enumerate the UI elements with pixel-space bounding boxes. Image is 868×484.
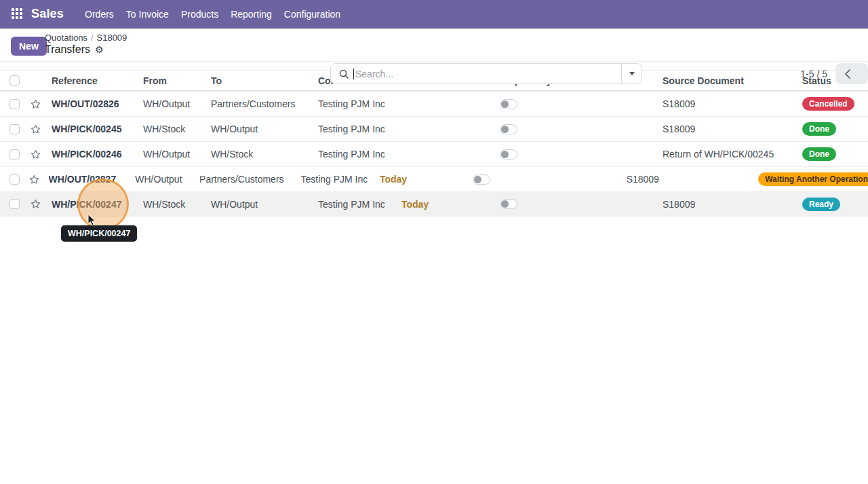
- cell-contact: Testing PJM Inc: [318, 199, 401, 210]
- row-checkbox[interactable]: [9, 174, 20, 185]
- cell-to: WH/Output: [211, 199, 318, 210]
- ship-ready-toggle[interactable]: [500, 124, 517, 134]
- reference-tooltip: WH/PICK/00247: [61, 225, 137, 242]
- ship-ready-toggle[interactable]: [500, 149, 517, 160]
- status-badge: Waiting Another Operation: [758, 172, 868, 186]
- chevron-left-icon: [844, 69, 850, 79]
- status-badge: Done: [802, 147, 836, 161]
- new-button[interactable]: New: [11, 37, 47, 56]
- header-reference[interactable]: Reference: [52, 75, 143, 86]
- cell-source-document: S18009: [663, 98, 802, 109]
- table-row[interactable]: WH/PICK/00247 WH/Stock WH/Output Testing…: [0, 191, 868, 217]
- cell-from: WH/Output: [135, 174, 199, 185]
- cell-reference: WH/PICK/00245: [52, 124, 143, 134]
- breadcrumb: Quotations / S18009 Transfers ⚙: [45, 33, 127, 56]
- header-source-document[interactable]: Source Document: [663, 75, 802, 86]
- breadcrumb-record[interactable]: S18009: [97, 33, 127, 43]
- cell-source-document: S18009: [663, 124, 802, 134]
- cell-source-document: S18009: [663, 199, 802, 210]
- search-input[interactable]: [355, 69, 621, 79]
- search-box: [330, 63, 642, 84]
- cell-contact: Testing PJM Inc: [300, 174, 379, 185]
- table-row[interactable]: WH/PICK/00246 WH/Output WH/Stock Testing…: [0, 141, 868, 166]
- ship-ready-toggle[interactable]: [500, 99, 517, 109]
- gear-icon[interactable]: ⚙: [95, 45, 104, 54]
- pager-previous-button[interactable]: [835, 63, 868, 84]
- cell-from: WH/Output: [143, 98, 211, 109]
- cell-to: WH/Stock: [211, 149, 318, 160]
- cell-source-document: Return of WH/PICK/00245: [663, 149, 802, 160]
- app-name[interactable]: Sales: [31, 7, 64, 21]
- row-checkbox[interactable]: [9, 124, 20, 134]
- cell-to: WH/Output: [211, 124, 318, 134]
- row-checkbox[interactable]: [9, 199, 20, 209]
- breadcrumb-separator: /: [91, 33, 94, 43]
- cell-reference: WH/OUT/02826: [52, 98, 143, 109]
- header-from[interactable]: From: [143, 75, 211, 86]
- nav-item-configuration[interactable]: Configuration: [278, 5, 347, 24]
- cell-contact: Testing PJM Inc: [318, 124, 401, 134]
- status-badge: Cancelled: [802, 97, 854, 111]
- favorite-star-icon[interactable]: [30, 124, 41, 135]
- transfers-list: Reference From To Contact Scheduled Date…: [0, 70, 868, 217]
- nav-item-reporting[interactable]: Reporting: [224, 5, 278, 24]
- nav-item-products[interactable]: Products: [175, 5, 224, 24]
- pager: 1-5 / 5: [800, 63, 868, 84]
- cell-from: WH/Stock: [143, 199, 211, 210]
- nav-item-to-invoice[interactable]: To Invoice: [120, 5, 175, 24]
- favorite-star-icon[interactable]: [30, 198, 41, 210]
- row-checkbox[interactable]: [9, 99, 20, 109]
- table-row[interactable]: WH/PICK/00245 WH/Stock WH/Output Testing…: [0, 116, 868, 141]
- pager-range[interactable]: 1-5 / 5: [800, 69, 827, 79]
- favorite-star-icon[interactable]: [30, 149, 41, 160]
- header-to[interactable]: To: [211, 75, 318, 86]
- breadcrumb-quotations[interactable]: Quotations: [45, 33, 87, 43]
- status-badge: Done: [802, 122, 836, 136]
- cell-to: Partners/Customers: [211, 98, 318, 109]
- row-checkbox[interactable]: [9, 149, 20, 160]
- control-panel: New Quotations / S18009 Transfers ⚙ 1-5 …: [0, 29, 868, 62]
- cell-from: WH/Output: [143, 149, 211, 160]
- table-row[interactable]: WH/OUT/02827 WH/Output Partners/Customer…: [0, 166, 868, 191]
- cell-to: Partners/Customers: [199, 174, 300, 185]
- cell-source-document: S18009: [627, 174, 759, 185]
- cell-reference: WH/OUT/02827: [49, 174, 136, 185]
- cell-scheduled-date: Today: [401, 199, 500, 210]
- ship-ready-toggle[interactable]: [500, 199, 517, 209]
- apps-grid-icon[interactable]: [12, 8, 24, 20]
- text-caret: [353, 69, 354, 79]
- cell-scheduled-date: Today: [380, 174, 473, 185]
- search-icon: [339, 69, 349, 79]
- cell-reference: WH/PICK/00246: [52, 149, 143, 160]
- select-all-checkbox[interactable]: [9, 75, 20, 86]
- chevron-down-icon: [629, 72, 635, 75]
- favorite-star-icon[interactable]: [28, 174, 40, 185]
- favorite-star-icon[interactable]: [30, 98, 41, 110]
- nav-item-orders[interactable]: Orders: [79, 5, 120, 24]
- page-title: Transfers: [45, 43, 90, 56]
- table-row[interactable]: WH/OUT/02826 WH/Output Partners/Customer…: [0, 91, 868, 116]
- top-navbar: Sales Orders To Invoice Products Reporti…: [0, 0, 868, 29]
- cell-from: WH/Stock: [143, 124, 211, 134]
- cell-contact: Testing PJM Inc: [318, 98, 401, 109]
- cell-contact: Testing PJM Inc: [318, 149, 401, 160]
- ship-ready-toggle[interactable]: [473, 174, 490, 185]
- cell-reference: WH/PICK/00247: [52, 199, 143, 210]
- status-badge: Ready: [802, 198, 840, 211]
- search-dropdown-toggle[interactable]: [621, 64, 642, 83]
